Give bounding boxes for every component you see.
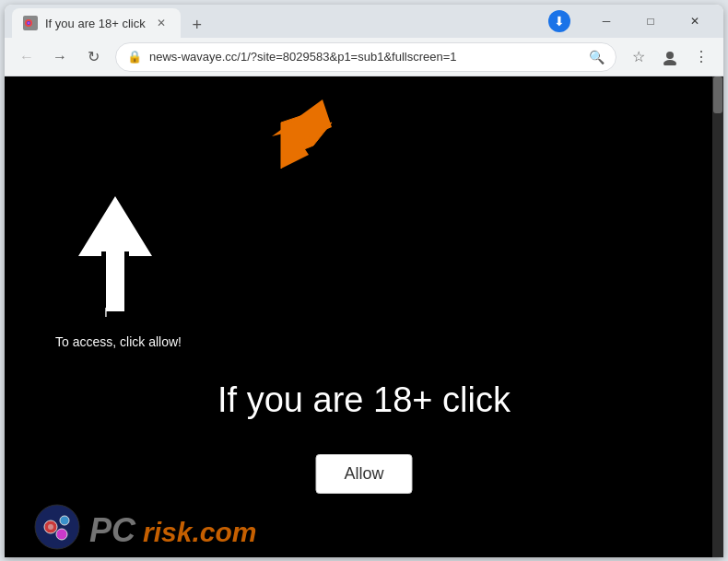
- risk-text-icon: risk.com: [143, 509, 263, 546]
- tab-favicon: [23, 16, 38, 30]
- url-text: news-wavaye.cc/1/?site=8029583&p1=sub1&f…: [149, 50, 581, 64]
- menu-button[interactable]: ⋮: [687, 42, 716, 72]
- window-controls: ─ □ ✕: [585, 6, 716, 36]
- page-content: To access, click allow! I If you are 18+…: [5, 76, 723, 557]
- allow-button[interactable]: Allow: [315, 454, 412, 494]
- forward-button[interactable]: →: [45, 42, 75, 72]
- white-up-arrow: [78, 196, 152, 307]
- navigation-bar: ← → ↻ 🔒 news-wavaye.cc/1/?site=8029583&p…: [5, 38, 723, 76]
- svg-rect-8: [106, 251, 124, 311]
- new-tab-button[interactable]: +: [184, 12, 210, 38]
- main-heading: If you are 18+ click: [5, 380, 723, 420]
- svg-point-3: [666, 52, 674, 59]
- pc-text-icon: PC: [88, 509, 143, 546]
- address-search-icon[interactable]: 🔍: [589, 50, 605, 64]
- pcrisk-watermark: PC risk.com: [32, 502, 263, 553]
- back-button[interactable]: ←: [12, 42, 41, 72]
- instruction-text: To access, click allow!: [55, 334, 182, 349]
- watermark-text: PC risk.com: [88, 509, 263, 546]
- svg-marker-9: [78, 196, 152, 256]
- tab-title: If you are 18+ click: [45, 17, 146, 30]
- orange-pointer-arrow: [258, 95, 332, 177]
- lock-icon: 🔒: [127, 50, 142, 64]
- svg-point-4: [663, 60, 676, 65]
- pcrisk-logo-icon: [32, 502, 83, 553]
- close-button[interactable]: ✕: [674, 6, 716, 36]
- scrollbar-thumb[interactable]: [713, 76, 722, 113]
- tab-strip: If you are 18+ click ✕ +: [12, 5, 545, 38]
- svg-point-12: [60, 516, 69, 525]
- svg-point-2: [28, 22, 29, 24]
- svg-marker-7: [272, 99, 332, 169]
- scrollbar[interactable]: [712, 76, 723, 557]
- address-bar[interactable]: 🔒 news-wavaye.cc/1/?site=8029583&p1=sub1…: [115, 42, 616, 72]
- reload-button[interactable]: ↻: [78, 42, 108, 72]
- title-bar: If you are 18+ click ✕ + ⬇ ─ □ ✕: [5, 5, 723, 38]
- browser-window: If you are 18+ click ✕ + ⬇ ─ □ ✕ ← → ↻ 🔒…: [5, 5, 723, 557]
- active-tab[interactable]: If you are 18+ click ✕: [12, 8, 181, 38]
- svg-point-14: [48, 524, 53, 530]
- minimize-button[interactable]: ─: [585, 6, 628, 36]
- svg-point-13: [56, 529, 67, 540]
- profile-button[interactable]: [655, 42, 685, 72]
- nav-extras: ☆ ⋮: [624, 42, 716, 72]
- maximize-button[interactable]: □: [629, 6, 672, 36]
- bookmark-button[interactable]: ☆: [624, 42, 653, 72]
- tab-close-button[interactable]: ✕: [153, 15, 170, 31]
- profile-download-icon[interactable]: ⬇: [548, 10, 570, 32]
- svg-text:risk.com: risk.com: [143, 517, 256, 546]
- mouse-cursor: I: [104, 305, 108, 320]
- svg-text:PC: PC: [89, 511, 136, 546]
